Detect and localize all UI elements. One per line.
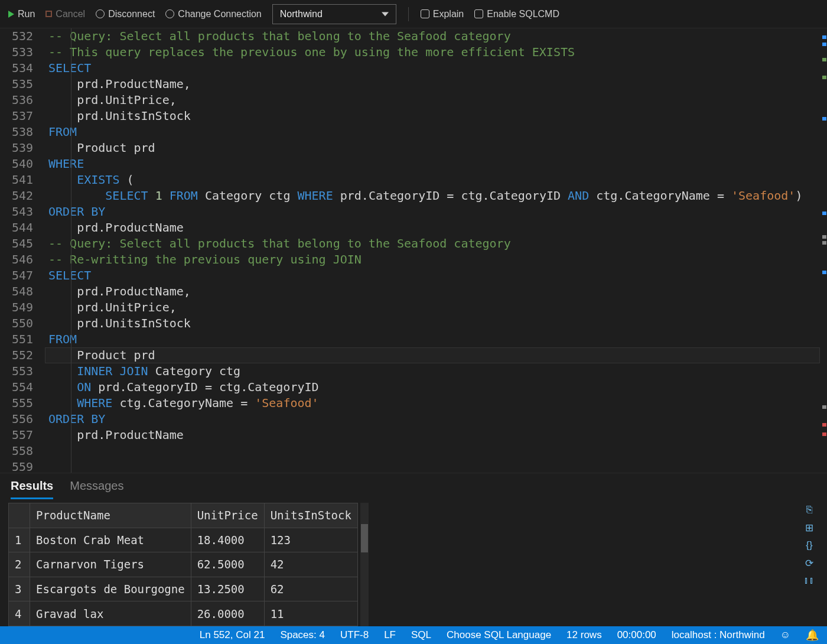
column-header[interactable]: ProductName <box>30 503 191 528</box>
bell-icon[interactable]: 🔔 <box>806 629 819 642</box>
table-cell[interactable]: 123 <box>264 528 357 552</box>
status-eol[interactable]: LF <box>384 629 396 641</box>
feedback-icon[interactable]: ☺ <box>780 629 790 641</box>
code-line[interactable]: prd.ProductName <box>48 220 827 236</box>
disconnect-label: Disconnect <box>108 9 155 19</box>
code-line[interactable]: prd.ProductName, <box>48 76 827 92</box>
code-line[interactable]: prd.UnitsInStock <box>48 108 827 124</box>
table-cell[interactable]: Gravad lax <box>30 601 191 626</box>
editor[interactable]: 5325335345355365375385395405415425435445… <box>0 28 827 473</box>
results-grid[interactable]: ProductNameUnitPriceUnitsInStock1Boston … <box>8 503 358 626</box>
line-number: 548 <box>0 284 33 300</box>
code-line[interactable]: INNER JOIN Category ctg <box>48 363 827 379</box>
tab-messages[interactable]: Messages <box>70 479 123 499</box>
code-line[interactable]: WHERE <box>48 156 827 172</box>
table-cell[interactable]: 18.4000 <box>191 528 264 552</box>
line-number: 553 <box>0 363 33 379</box>
table-cell[interactable]: 13.2500 <box>191 577 264 601</box>
code-area[interactable]: -- Query: Select all products that belon… <box>45 28 827 473</box>
chart-icon[interactable]: ⫾⫾ <box>803 575 815 587</box>
ruler-mark <box>822 117 826 121</box>
ruler-mark <box>822 271 826 274</box>
code-line[interactable]: FROM <box>48 331 827 347</box>
code-line[interactable]: ORDER BY <box>48 204 827 220</box>
status-server[interactable]: localhost : Northwind <box>672 629 765 641</box>
code-line[interactable]: -- Re-writting the previous query using … <box>48 252 827 268</box>
rownum-cell: 4 <box>9 601 30 626</box>
table-cell[interactable]: Boston Crab Meat <box>30 528 191 552</box>
results-scrollbar[interactable] <box>360 503 369 626</box>
code-line[interactable]: prd.UnitsInStock <box>48 316 827 331</box>
table-row[interactable]: 4Gravad lax26.000011 <box>9 601 358 626</box>
sqlcmd-icon <box>474 9 483 18</box>
rownum-cell: 3 <box>9 577 30 601</box>
column-header[interactable]: UnitPrice <box>191 503 264 528</box>
code-line[interactable]: ORDER BY <box>48 411 827 427</box>
ruler-mark <box>822 43 826 46</box>
status-spaces[interactable]: Spaces: 4 <box>280 629 325 641</box>
code-line[interactable]: prd.ProductName <box>48 427 827 443</box>
status-encoding[interactable]: UTF-8 <box>340 629 369 641</box>
toolbar: Run Cancel Disconnect Change Connection … <box>0 0 827 28</box>
code-line[interactable]: -- Query: Select all products that belon… <box>48 28 827 44</box>
run-label: Run <box>18 9 35 19</box>
table-cell[interactable]: 26.0000 <box>191 601 264 626</box>
table-row[interactable]: 3Escargots de Bourgogne13.250062 <box>9 577 358 601</box>
results-tabs: Results Messages <box>0 473 827 499</box>
line-number: 547 <box>0 268 33 284</box>
table-cell[interactable]: 62 <box>264 577 357 601</box>
code-line[interactable]: SELECT <box>48 60 827 76</box>
line-number: 537 <box>0 108 33 124</box>
code-line[interactable]: ON prd.CategoryID = ctg.CategoryID <box>48 379 827 395</box>
save-csv-icon[interactable]: ⎘ <box>803 504 815 516</box>
table-cell[interactable]: 62.5000 <box>191 552 264 577</box>
enable-sqlcmd-button[interactable]: Enable SQLCMD <box>474 9 559 19</box>
disconnect-button[interactable]: Disconnect <box>96 9 155 19</box>
code-line[interactable]: prd.UnitPrice, <box>48 92 827 108</box>
line-number: 539 <box>0 140 33 156</box>
disconnect-icon <box>96 9 105 18</box>
tab-results[interactable]: Results <box>11 479 53 499</box>
connection-select[interactable]: Northwind <box>272 4 396 24</box>
status-duration[interactable]: 00:00:00 <box>617 629 656 641</box>
run-button[interactable]: Run <box>8 9 35 19</box>
table-row[interactable]: 1Boston Crab Meat18.4000123 <box>9 528 358 552</box>
line-number: 532 <box>0 28 33 44</box>
code-line[interactable]: SELECT 1 FROM Category ctg WHERE prd.Cat… <box>48 188 827 204</box>
save-excel-icon[interactable]: ⊞ <box>803 522 815 534</box>
status-rowcount[interactable]: 12 rows <box>566 629 602 641</box>
status-language[interactable]: SQL <box>411 629 431 641</box>
line-number: 540 <box>0 156 33 172</box>
code-line[interactable]: SELECT <box>48 268 827 284</box>
code-line[interactable]: -- This query replaces the previous one … <box>48 44 827 60</box>
code-line[interactable]: Product prd <box>48 347 827 363</box>
table-cell[interactable]: Carnarvon Tigers <box>30 552 191 577</box>
change-connection-button[interactable]: Change Connection <box>165 9 261 19</box>
code-line[interactable]: prd.ProductName, <box>48 284 827 300</box>
overview-ruler[interactable] <box>819 28 827 473</box>
status-position[interactable]: Ln 552, Col 21 <box>200 629 265 641</box>
table-cell[interactable]: Escargots de Bourgogne <box>30 577 191 601</box>
code-line[interactable]: Product prd <box>48 140 827 156</box>
enable-sqlcmd-label: Enable SQLCMD <box>487 9 559 19</box>
code-line[interactable]: EXISTS ( <box>48 172 827 188</box>
cancel-button[interactable]: Cancel <box>45 9 85 19</box>
refresh-icon[interactable]: ⟳ <box>803 557 815 569</box>
explain-button[interactable]: Explain <box>421 9 464 19</box>
rownum-cell: 2 <box>9 552 30 577</box>
column-header[interactable]: UnitsInStock <box>264 503 357 528</box>
line-number: 538 <box>0 124 33 140</box>
code-line[interactable]: WHERE ctg.CategoryName = 'Seafood' <box>48 395 827 411</box>
change-connection-label: Change Connection <box>178 9 261 19</box>
line-number: 542 <box>0 188 33 204</box>
scrollbar-thumb[interactable] <box>361 524 368 552</box>
code-line[interactable]: -- Query: Select all products that belon… <box>48 236 827 252</box>
table-cell[interactable]: 42 <box>264 552 357 577</box>
json-icon[interactable]: {} <box>803 539 815 551</box>
code-line[interactable]: FROM <box>48 124 827 140</box>
table-cell[interactable]: 11 <box>264 601 357 626</box>
table-row[interactable]: 2Carnarvon Tigers62.500042 <box>9 552 358 577</box>
line-number: 541 <box>0 172 33 188</box>
code-line[interactable]: prd.UnitPrice, <box>48 300 827 316</box>
status-choose-sql[interactable]: Choose SQL Language <box>447 629 551 641</box>
